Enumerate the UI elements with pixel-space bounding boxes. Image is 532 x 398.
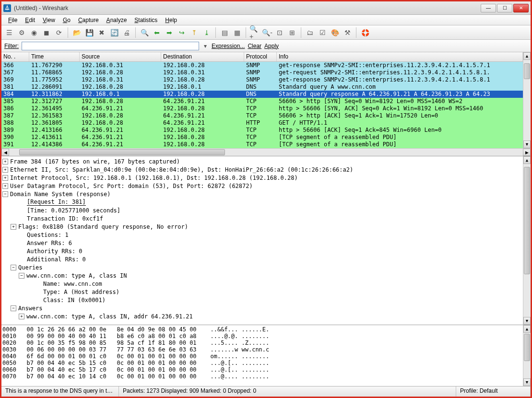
capture-filters-icon[interactable]: 🗂 xyxy=(304,27,316,38)
menu-help[interactable]: Help xyxy=(161,16,181,24)
zoom-in-icon[interactable]: 🔍+ xyxy=(249,27,260,38)
preferences-icon[interactable]: ⚒ xyxy=(342,27,353,38)
packet-details-body[interactable]: +Frame 384 (167 bytes on wire, 167 bytes… xyxy=(1,156,523,325)
packet-bytes-body[interactable]: 0000 00 1c 26 26 66 a2 00 0e 8e 04 d0 9e… xyxy=(1,325,523,386)
apply-button[interactable]: Apply xyxy=(264,43,279,49)
list-interfaces-icon[interactable]: ☰ xyxy=(3,27,15,38)
packet-row[interactable]: 36711.768865192.168.0.28192.168.0.31SNMP… xyxy=(1,69,523,76)
menu-go[interactable]: Go xyxy=(59,16,74,24)
tree-line[interactable]: Transaction ID: 0xcf1f xyxy=(1,214,523,222)
coloring-rules-icon[interactable]: 🎨 xyxy=(329,27,341,38)
tree-line[interactable]: +Flags: 0x8180 (Standard query response,… xyxy=(1,222,523,231)
stop-capture-icon[interactable]: ◼ xyxy=(41,27,52,38)
details-vscroll[interactable]: ▲▼ xyxy=(523,156,531,325)
maximize-button[interactable]: ☐ xyxy=(497,4,512,12)
expand-icon[interactable]: − xyxy=(11,265,16,270)
go-forward-icon[interactable]: ➡ xyxy=(164,27,175,38)
tree-line[interactable]: +Ethernet II, Src: Sparklan_04:d0:9e (00… xyxy=(1,165,523,174)
packet-row[interactable]: 39012.41361164.236.91.21192.168.0.28TCP[… xyxy=(1,134,523,141)
expression-button[interactable]: Expression... xyxy=(212,43,245,49)
hex-line[interactable]: 0040 6f 6d 00 00 01 00 01 c0 0c 00 01 00… xyxy=(1,353,523,360)
tree-line[interactable]: [Request In: 381] xyxy=(1,198,523,206)
col-time[interactable]: Time xyxy=(29,52,80,61)
display-filters-icon[interactable]: ☑ xyxy=(317,27,328,38)
tree-line[interactable]: [Time: 0.025771000 seconds] xyxy=(1,206,523,214)
capture-options-icon[interactable]: ⚙ xyxy=(16,27,27,38)
packet-row[interactable]: 38712.361583192.168.0.2864.236.91.21TCP5… xyxy=(1,112,523,119)
menu-statistics[interactable]: Statistics xyxy=(130,16,161,24)
menu-analyze[interactable]: Analyze xyxy=(103,16,131,24)
menu-file[interactable]: File xyxy=(4,16,21,24)
zoom-out-icon[interactable]: 🔍- xyxy=(261,27,273,38)
packet-row[interactable]: 36911.775952192.168.0.31192.168.0.28SNMP… xyxy=(1,76,523,83)
colorize-icon[interactable]: ▤ xyxy=(219,27,230,38)
restart-capture-icon[interactable]: ⟳ xyxy=(53,27,65,38)
col-destination[interactable]: Destination xyxy=(161,52,244,61)
close-file-icon[interactable]: ✖ xyxy=(96,27,107,38)
menu-capture[interactable]: Capture xyxy=(74,16,103,24)
packet-list-header[interactable]: No. . Time Source Destination Protocol I… xyxy=(1,52,523,62)
packet-list-body[interactable]: 36611.767290192.168.0.31192.168.0.28SNMP… xyxy=(1,62,523,148)
filter-input[interactable] xyxy=(22,42,199,50)
open-file-icon[interactable]: 📂 xyxy=(71,27,83,38)
tree-line[interactable]: +Frame 384 (167 bytes on wire, 167 bytes… xyxy=(1,157,523,165)
packet-list-vscroll[interactable]: ▲▼ xyxy=(523,52,531,148)
menu-view[interactable]: View xyxy=(39,16,59,24)
find-icon[interactable]: 🔍 xyxy=(139,27,150,38)
close-button[interactable]: ✕ xyxy=(513,4,529,12)
packet-row[interactable]: 36611.767290192.168.0.31192.168.0.28SNMP… xyxy=(1,62,523,69)
tree-line[interactable]: Name: www.cnn.com xyxy=(1,280,523,288)
expand-icon[interactable]: + xyxy=(11,224,16,230)
tree-line[interactable]: Authority RRs: 0 xyxy=(1,247,523,255)
tree-line[interactable]: Additional RRs: 0 xyxy=(1,255,523,263)
packet-row[interactable]: 38812.361805192.168.0.2864.236.91.21HTTP… xyxy=(1,119,523,127)
save-file-icon[interactable]: 💾 xyxy=(83,27,95,38)
auto-scroll-icon[interactable]: ▦ xyxy=(231,27,243,38)
col-info[interactable]: Info xyxy=(277,52,523,61)
packet-row[interactable]: 38112.286091192.168.0.28192.168.0.1DNSSt… xyxy=(1,83,523,91)
go-last-icon[interactable]: ⤓ xyxy=(201,27,213,38)
go-first-icon[interactable]: ⤒ xyxy=(189,27,200,38)
col-source[interactable]: Source xyxy=(80,52,161,61)
bytes-vscroll[interactable]: ▲▼ xyxy=(523,325,531,386)
start-capture-icon[interactable]: ◉ xyxy=(28,27,40,38)
packet-list-hscroll[interactable]: ◀▶ xyxy=(1,148,531,156)
go-back-icon[interactable]: ⬅ xyxy=(151,27,163,38)
menu-edit[interactable]: Edit xyxy=(21,16,39,24)
tree-line[interactable]: −www.cnn.com: type A, class IN xyxy=(1,271,523,280)
print-icon[interactable]: 🖨 xyxy=(121,27,132,38)
minimize-button[interactable]: — xyxy=(481,4,496,12)
help-icon[interactable]: 🛟 xyxy=(359,27,371,38)
hex-line[interactable]: 0020 00 1c 00 35 f5 98 00 85 98 5a cf 1f… xyxy=(1,339,523,346)
hex-line[interactable]: 0050 b7 00 04 40 ec 5b 15 c0 0c 00 01 00… xyxy=(1,360,523,366)
packet-row[interactable]: 38912.41316664.236.91.21192.168.0.28TCPh… xyxy=(1,127,523,134)
expand-icon[interactable]: − xyxy=(11,305,16,311)
hex-line[interactable]: 0010 00 99 00 00 40 00 40 11 b8 e6 c0 a8… xyxy=(1,333,523,339)
expand-icon[interactable]: + xyxy=(2,183,8,189)
tree-line[interactable]: Type: A (Host address) xyxy=(1,288,523,296)
filter-dropdown-icon[interactable]: ▾ xyxy=(202,42,209,50)
clear-button[interactable]: Clear xyxy=(248,43,261,49)
packet-row[interactable]: 38612.36149564.236.91.21192.168.0.28TCPh… xyxy=(1,105,523,112)
hex-line[interactable]: 0060 b7 00 04 40 ec 5b 17 c0 0c 00 01 00… xyxy=(1,366,523,373)
tree-line[interactable]: Answer RRs: 6 xyxy=(1,239,523,247)
col-no[interactable]: No. . xyxy=(1,52,29,61)
reload-icon[interactable]: 🔄 xyxy=(108,27,120,38)
hex-line[interactable]: 0070 b7 00 04 40 ec 10 14 c0 0c 00 01 00… xyxy=(1,373,523,380)
zoom-reset-icon[interactable]: ⊡ xyxy=(274,27,285,38)
tree-line[interactable]: −Answers xyxy=(1,304,523,312)
tree-line[interactable]: Questions: 1 xyxy=(1,231,523,239)
expand-icon[interactable]: − xyxy=(2,191,8,197)
tree-line[interactable]: +www.cnn.com: type A, class IN, addr 64.… xyxy=(1,312,523,320)
expand-icon[interactable]: − xyxy=(19,273,24,279)
go-to-packet-icon[interactable]: ↪ xyxy=(176,27,188,38)
packet-row[interactable]: 38512.312727192.168.0.2864.236.91.21TCP5… xyxy=(1,98,523,105)
tree-line[interactable]: Class: IN (0x0001) xyxy=(1,296,523,304)
expand-icon[interactable]: + xyxy=(2,175,8,181)
packet-row[interactable]: 38412.311862192.168.0.1192.168.0.28DNSSt… xyxy=(1,91,523,98)
hex-line[interactable]: 0000 00 1c 26 26 66 a2 00 0e 8e 04 d0 9e… xyxy=(1,326,523,333)
tree-line[interactable]: −Queries xyxy=(1,263,523,271)
tree-line[interactable]: +Internet Protocol, Src: 192.168.0.1 (19… xyxy=(1,174,523,182)
tree-line[interactable]: +User Datagram Protocol, Src Port: domai… xyxy=(1,182,523,190)
tree-line[interactable]: −Domain Name System (response) xyxy=(1,190,523,198)
